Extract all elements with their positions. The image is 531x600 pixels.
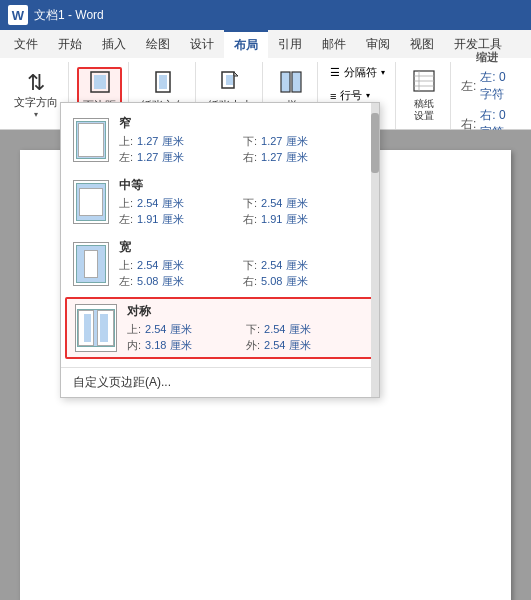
text-direction-label: 文字方向 (14, 96, 58, 109)
mirror-inner-val: 3.18 厘米 (145, 338, 191, 353)
margin-preview-mirror (75, 304, 117, 352)
margin-name-narrow: 窄 (119, 115, 367, 132)
mirror-bottom-val: 2.54 厘米 (264, 322, 310, 337)
chevron-down-icon: ▾ (34, 110, 38, 119)
draft-paper-group: 稿纸 设置 (398, 62, 451, 129)
tab-draw[interactable]: 绘图 (136, 30, 180, 58)
mirror-top-val: 2.54 厘米 (145, 322, 191, 337)
custom-margins-button[interactable]: 自定义页边距(A)... (61, 367, 379, 397)
svg-rect-8 (292, 72, 301, 92)
section-break-label: 分隔符 (344, 65, 377, 80)
tab-design[interactable]: 设计 (180, 30, 224, 58)
narrow-left-val: 1.27 厘米 (137, 150, 183, 165)
margin-name-wide: 宽 (119, 239, 367, 256)
word-icon: W (8, 5, 28, 25)
mirror-outer-label: 外: (246, 338, 260, 353)
medium-left-val: 1.91 厘米 (137, 212, 183, 227)
margin-info-wide: 宽 上:2.54 厘米 下:2.54 厘米 左:5.08 厘米 右:5.08 厘… (119, 239, 367, 289)
margins-dropdown: 窄 上:1.27 厘米 下:1.27 厘米 左:1.27 厘米 右:1.27 厘… (60, 102, 380, 398)
columns-icon (279, 70, 303, 97)
section-break-button[interactable]: ☰ 分隔符 ▾ (326, 63, 389, 82)
title-bar: W 文档1 - Word (0, 0, 531, 30)
line-numbers-chevron-icon: ▾ (366, 91, 370, 100)
draft-paper-label: 稿纸 设置 (414, 98, 434, 122)
wide-bottom-val: 2.54 厘米 (261, 258, 307, 273)
line-numbers-label: 行号 (340, 88, 362, 103)
tab-file[interactable]: 文件 (4, 30, 48, 58)
tab-layout[interactable]: 布局 (224, 30, 268, 58)
section-break-icon: ☰ (330, 66, 340, 79)
wide-right-val: 5.08 厘米 (261, 274, 307, 289)
medium-left-label: 左: (119, 212, 133, 227)
svg-rect-6 (226, 75, 233, 85)
title-text: 文档1 - Word (34, 7, 104, 24)
paper-size-icon (218, 70, 242, 97)
margin-name-mirror: 对称 (127, 303, 365, 320)
medium-right-val: 1.91 厘米 (261, 212, 307, 227)
indent-label: 缩进 (476, 50, 498, 65)
scrollbar-thumb[interactable] (371, 113, 379, 173)
narrow-right-val: 1.27 厘米 (261, 150, 307, 165)
margin-name-medium: 中等 (119, 177, 367, 194)
medium-bottom-label: 下: (243, 196, 257, 211)
margin-info-mirror: 对称 上:2.54 厘米 下:2.54 厘米 内:3.18 厘米 外:2.54 … (127, 303, 365, 353)
wide-left-val: 5.08 厘米 (137, 274, 183, 289)
tab-bar: 文件 开始 插入 绘图 设计 布局 引用 邮件 审阅 视图 开发工具 (0, 30, 531, 58)
indent-left-label: 左: (461, 78, 476, 95)
narrow-top-val: 1.27 厘米 (137, 134, 183, 149)
narrow-bottom-val: 1.27 厘米 (261, 134, 307, 149)
line-numbers-icon: ≡ (330, 90, 336, 102)
svg-rect-7 (281, 72, 290, 92)
wide-top-val: 2.54 厘米 (137, 258, 183, 273)
svg-rect-1 (94, 75, 106, 89)
mirror-inner-label: 内: (127, 338, 141, 353)
margin-option-wide[interactable]: 宽 上:2.54 厘米 下:2.54 厘米 左:5.08 厘米 右:5.08 厘… (61, 233, 379, 295)
wide-right-label: 右: (243, 274, 257, 289)
wide-top-label: 上: (119, 258, 133, 273)
margin-info-narrow: 窄 上:1.27 厘米 下:1.27 厘米 左:1.27 厘米 右:1.27 厘… (119, 115, 367, 165)
medium-bottom-val: 2.54 厘米 (261, 196, 307, 211)
scrollbar-track[interactable] (371, 103, 379, 397)
margin-detail-narrow: 上:1.27 厘米 下:1.27 厘米 左:1.27 厘米 右:1.27 厘米 (119, 134, 367, 165)
margin-info-medium: 中等 上:2.54 厘米 下:2.54 厘米 左:1.91 厘米 右:1.91 … (119, 177, 367, 227)
indent-left-row: 左: 左: 0 字符 (461, 69, 512, 103)
wide-bottom-label: 下: (243, 258, 257, 273)
svg-rect-3 (159, 75, 167, 89)
draft-paper-icon (412, 69, 436, 96)
margins-dropdown-list: 窄 上:1.27 厘米 下:1.27 厘米 左:1.27 厘米 右:1.27 厘… (61, 103, 379, 367)
custom-margins-label: 自定义页边距(A)... (73, 375, 171, 389)
tab-insert[interactable]: 插入 (92, 30, 136, 58)
tab-references[interactable]: 引用 (268, 30, 312, 58)
svg-marker-5 (234, 72, 238, 76)
margin-detail-medium: 上:2.54 厘米 下:2.54 厘米 左:1.91 厘米 右:1.91 厘米 (119, 196, 367, 227)
tab-view[interactable]: 视图 (400, 30, 444, 58)
tab-review[interactable]: 审阅 (356, 30, 400, 58)
indent-left-value: 左: 0 字符 (480, 69, 512, 103)
margin-detail-mirror: 上:2.54 厘米 下:2.54 厘米 内:3.18 厘米 外:2.54 厘米 (127, 322, 365, 353)
medium-top-label: 上: (119, 196, 133, 211)
tab-mailings[interactable]: 邮件 (312, 30, 356, 58)
indent-group: 缩进 左: 左: 0 字符 右: 右: 0 字符 (453, 62, 520, 129)
narrow-right-label: 右: (243, 150, 257, 165)
mirror-outer-val: 2.54 厘米 (264, 338, 310, 353)
medium-right-label: 右: (243, 212, 257, 227)
draft-paper-button[interactable]: 稿纸 设置 (404, 67, 444, 125)
orientation-icon (151, 70, 175, 97)
mirror-bottom-label: 下: (246, 322, 260, 337)
margin-preview-wide (73, 242, 109, 286)
margins-icon (88, 70, 112, 97)
margin-detail-wide: 上:2.54 厘米 下:2.54 厘米 左:5.08 厘米 右:5.08 厘米 (119, 258, 367, 289)
margin-preview-narrow (73, 118, 109, 162)
text-direction-button[interactable]: ⇅ 文字方向 ▾ (10, 67, 62, 125)
wide-left-label: 左: (119, 274, 133, 289)
tab-start[interactable]: 开始 (48, 30, 92, 58)
narrow-bottom-label: 下: (243, 134, 257, 149)
margin-option-narrow[interactable]: 窄 上:1.27 厘米 下:1.27 厘米 左:1.27 厘米 右:1.27 厘… (61, 109, 379, 171)
mirror-top-label: 上: (127, 322, 141, 337)
narrow-left-label: 左: (119, 150, 133, 165)
medium-top-val: 2.54 厘米 (137, 196, 183, 211)
narrow-top-label: 上: (119, 134, 133, 149)
margin-option-medium[interactable]: 中等 上:2.54 厘米 下:2.54 厘米 左:1.91 厘米 右:1.91 … (61, 171, 379, 233)
margin-option-mirror[interactable]: 对称 上:2.54 厘米 下:2.54 厘米 内:3.18 厘米 外:2.54 … (65, 297, 375, 359)
margin-preview-medium (73, 180, 109, 224)
